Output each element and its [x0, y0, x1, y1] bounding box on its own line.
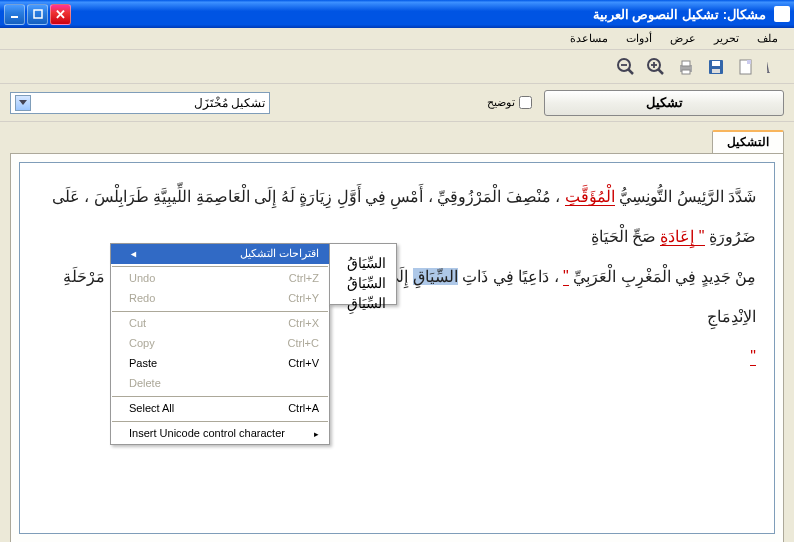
save-icon[interactable] — [704, 55, 728, 79]
ctx-unicode[interactable]: Insert Unicode control character▸ — [111, 424, 329, 444]
font-icon[interactable]: A — [764, 55, 788, 79]
arrow-right-icon: ▸ — [314, 423, 319, 446]
vocalize-button[interactable]: تشكيل — [544, 90, 784, 116]
zoom-out-icon[interactable] — [614, 55, 638, 79]
window-title: مشكال: تشكيل النصوص العربية — [71, 7, 768, 22]
menubar: ملف تحرير عرض أدوات مساعدة — [0, 28, 794, 50]
menu-file[interactable]: ملف — [749, 30, 786, 47]
menu-help[interactable]: مساعدة — [562, 30, 616, 47]
menu-edit[interactable]: تحرير — [706, 30, 747, 47]
suggestions-submenu: السِّيَاقُ السِّيَاقُ السِّيَاقِ — [329, 243, 397, 305]
new-icon[interactable] — [734, 55, 758, 79]
ctx-suggestions[interactable]: ◄ اقتراحات التشكيل — [111, 244, 329, 264]
toolbar: A — [0, 50, 794, 84]
svg-line-12 — [658, 69, 663, 74]
svg-rect-0 — [11, 16, 18, 18]
svg-rect-9 — [682, 61, 690, 66]
close-button[interactable]: ✕ — [50, 4, 71, 25]
svg-rect-7 — [712, 69, 720, 73]
svg-marker-18 — [19, 100, 27, 105]
context-menu: ◄ اقتراحات التشكيل UndoCtrl+Z RedoCtrl+Y… — [110, 243, 330, 445]
content-panel: شَدَّدَ الرَّئِيسُ التُّونِسِيُّ الْمُؤَ… — [10, 153, 784, 542]
clarify-checkbox[interactable] — [519, 96, 532, 109]
minimize-button[interactable] — [4, 4, 25, 25]
mode-combo[interactable]: تشكيل مُخْتَزَل — [10, 92, 270, 114]
tab-vocalization[interactable]: التشكيل — [712, 130, 784, 153]
suggestion-item[interactable]: السِّيَاقُ — [330, 244, 396, 264]
maximize-button[interactable] — [27, 4, 48, 25]
svg-rect-4 — [747, 60, 751, 64]
svg-rect-6 — [712, 61, 720, 66]
app-icon — [774, 6, 790, 22]
zoom-in-icon[interactable] — [644, 55, 668, 79]
arrow-left-icon: ◄ — [129, 243, 138, 266]
text-editor[interactable]: شَدَّدَ الرَّئِيسُ التُّونِسِيُّ الْمُؤَ… — [19, 162, 775, 534]
selected-word: السِّيَاقِ — [413, 268, 458, 285]
action-row: تشكيل توضيح تشكيل مُخْتَزَل — [0, 84, 794, 122]
suggestion-item[interactable]: السِّيَاقِ — [330, 284, 396, 304]
titlebar: مشكال: تشكيل النصوص العربية ✕ — [0, 0, 794, 28]
menu-tools[interactable]: أدوات — [618, 30, 660, 47]
ctx-redo[interactable]: RedoCtrl+Y — [111, 289, 329, 309]
svg-line-16 — [628, 69, 633, 74]
menu-view[interactable]: عرض — [662, 30, 704, 47]
suggestion-item[interactable]: السِّيَاقُ — [330, 264, 396, 284]
svg-rect-10 — [682, 70, 690, 74]
clarify-checkbox-wrap[interactable]: توضيح — [487, 96, 532, 109]
clarify-label: توضيح — [487, 96, 515, 109]
print-icon[interactable] — [674, 55, 698, 79]
svg-text:A: A — [767, 59, 770, 76]
svg-rect-1 — [34, 10, 42, 18]
combo-value: تشكيل مُخْتَزَل — [31, 96, 265, 110]
chevron-down-icon — [15, 95, 31, 111]
ctx-select-all[interactable]: Select AllCtrl+A — [111, 399, 329, 419]
tab-area: التشكيل شَدَّدَ الرَّئِيسُ التُّونِسِيُّ… — [0, 130, 794, 542]
ctx-delete[interactable]: Delete — [111, 374, 329, 394]
